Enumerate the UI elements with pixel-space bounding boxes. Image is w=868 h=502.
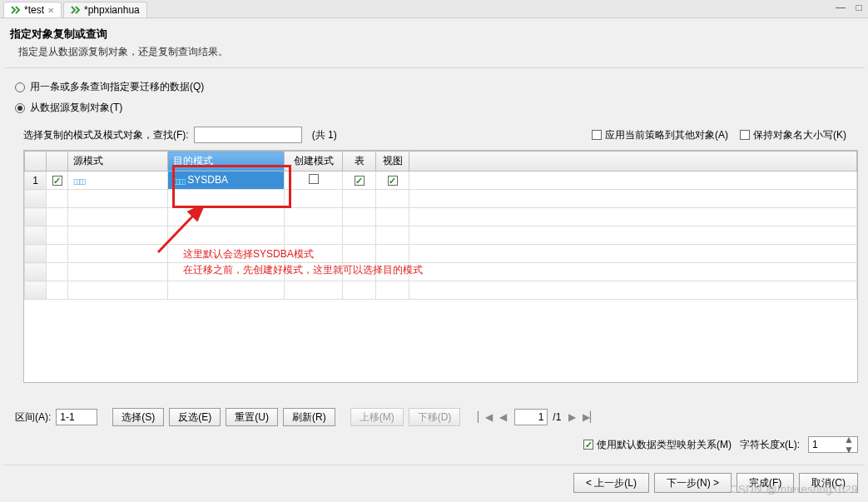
opt-label: 应用当前策略到其他对象(A) bbox=[605, 128, 728, 142]
opt-label: 使用默认数据类型映射关系(M) bbox=[597, 438, 732, 452]
select-button[interactable]: 选择(S) bbox=[112, 408, 164, 426]
table-row[interactable]: 1 SYSDBA bbox=[25, 171, 857, 190]
maximize-icon[interactable]: □ bbox=[853, 2, 865, 13]
schema-table: 源模式 目的模式 创建模式 表 视图 1 SYSDBA bbox=[23, 150, 858, 383]
keep-case-option[interactable]: 保持对象名大小写(K) bbox=[740, 128, 846, 142]
schema-icon bbox=[73, 175, 85, 186]
window-controls: — □ bbox=[835, 2, 865, 13]
schema-icon bbox=[173, 175, 185, 186]
minimize-icon[interactable]: — bbox=[835, 2, 846, 13]
cancel-button[interactable]: 取消(C) bbox=[799, 473, 858, 493]
col-create-schema[interactable]: 创建模式 bbox=[285, 152, 343, 171]
range-input[interactable] bbox=[56, 409, 97, 425]
annotation-line2: 在迁移之前，先创建好模式，这里就可以选择目的模式 bbox=[183, 262, 423, 278]
checkbox-icon bbox=[740, 130, 750, 140]
migration-icon bbox=[11, 5, 21, 15]
first-page-icon[interactable]: ▏◀ bbox=[475, 411, 495, 423]
find-row: 选择复制的模式及模式对象，查找(F): (共 1) 应用当前策略到其他对象(A)… bbox=[0, 122, 868, 147]
char-len-field[interactable]: 1 ▲▼ bbox=[808, 436, 858, 453]
wizard-nav: < 上一步(L) 下一步(N) > 完成(F) 取消(C) bbox=[573, 473, 858, 493]
char-len-value: 1 bbox=[812, 439, 818, 450]
table-controls: 区间(A): 选择(S) 反选(E) 重置(U) 刷新(R) 上移(M) 下移(… bbox=[15, 408, 858, 426]
annotation-text: 这里默认会选择SYSDBA模式 在迁移之前，先创建好模式，这里就可以选择目的模式 bbox=[183, 246, 423, 278]
prev-button[interactable]: < 上一步(L) bbox=[573, 473, 649, 493]
finish-button[interactable]: 完成(F) bbox=[737, 473, 794, 493]
spinner[interactable]: ▲▼ bbox=[844, 435, 854, 455]
col-source-schema[interactable]: 源模式 bbox=[68, 152, 168, 171]
tab-bar: *test ✕ *phpxianhua — □ bbox=[0, 0, 868, 18]
table-header-row: 源模式 目的模式 创建模式 表 视图 bbox=[25, 152, 857, 171]
page-input[interactable] bbox=[514, 409, 548, 425]
col-rownum bbox=[25, 152, 47, 171]
radio-label: 从数据源复制对象(T) bbox=[30, 101, 122, 115]
tab-label: *phpxianhua bbox=[84, 4, 140, 16]
find-count: (共 1) bbox=[312, 128, 337, 142]
tab-label: *test bbox=[24, 4, 44, 16]
invert-button[interactable]: 反选(E) bbox=[169, 408, 221, 426]
col-dest-schema[interactable]: 目的模式 bbox=[168, 152, 285, 171]
radio-query[interactable]: 用一条或多条查询指定要迁移的数据(Q) bbox=[15, 77, 853, 97]
cell-source-schema[interactable] bbox=[68, 171, 168, 190]
next-button[interactable]: 下一步(N) > bbox=[654, 473, 732, 493]
annotation-line1: 这里默认会选择SYSDBA模式 bbox=[183, 246, 423, 262]
reset-button[interactable]: 重置(U) bbox=[226, 408, 278, 426]
col-table[interactable]: 表 bbox=[343, 152, 376, 171]
move-down-button: 下移(D) bbox=[409, 408, 461, 426]
move-up-button: 上移(M) bbox=[350, 408, 404, 426]
create-schema-check[interactable] bbox=[309, 174, 319, 184]
range-label: 区间(A): bbox=[15, 410, 51, 425]
tab-test[interactable]: *test ✕ bbox=[3, 2, 62, 17]
migration-icon bbox=[71, 5, 81, 15]
last-page-icon[interactable]: ▶▏ bbox=[580, 411, 600, 423]
radio-icon bbox=[15, 82, 25, 92]
view-check[interactable] bbox=[388, 176, 398, 186]
tab-phpxianhua[interactable]: *phpxianhua bbox=[63, 2, 147, 17]
find-input[interactable] bbox=[194, 127, 302, 143]
cell-dest-schema[interactable]: SYSDBA bbox=[168, 171, 285, 190]
apply-policy-option[interactable]: 应用当前策略到其他对象(A) bbox=[592, 128, 728, 142]
page-subtitle: 指定是从数据源复制对象，还是复制查询结果。 bbox=[0, 45, 868, 67]
use-default-map[interactable]: 使用默认数据类型映射关系(M) bbox=[583, 438, 732, 452]
mapping-controls: 使用默认数据类型映射关系(M) 字符长度x(L): 1 ▲▼ bbox=[15, 436, 858, 453]
radio-icon bbox=[15, 103, 25, 113]
checkbox-icon bbox=[592, 130, 602, 140]
col-view[interactable]: 视图 bbox=[376, 152, 409, 171]
row-num: 1 bbox=[25, 171, 47, 190]
radio-from-source[interactable]: 从数据源复制对象(T) bbox=[15, 97, 853, 118]
row-check[interactable] bbox=[52, 176, 62, 186]
mode-radio-group: 用一条或多条查询指定要迁移的数据(Q) 从数据源复制对象(T) bbox=[0, 68, 868, 122]
page-title: 指定对象复制或查询 bbox=[0, 18, 868, 45]
refresh-button[interactable]: 刷新(R) bbox=[283, 408, 335, 426]
radio-label: 用一条或多条查询指定要迁移的数据(Q) bbox=[30, 80, 204, 94]
pager: ▶ ▶▏ bbox=[566, 411, 600, 423]
pager: ▏◀ ◀ bbox=[475, 411, 509, 423]
col-spacer bbox=[409, 152, 857, 171]
table-check[interactable] bbox=[355, 176, 365, 186]
col-check bbox=[47, 152, 68, 171]
checkbox-icon bbox=[583, 440, 593, 450]
page-total: /1 bbox=[553, 411, 561, 423]
char-len-label: 字符长度x(L): bbox=[740, 438, 800, 452]
find-label: 选择复制的模式及模式对象，查找(F): bbox=[23, 128, 189, 142]
close-icon[interactable]: ✕ bbox=[47, 6, 54, 15]
dest-schema-value: SYSDBA bbox=[187, 174, 228, 186]
next-page-icon[interactable]: ▶ bbox=[566, 411, 578, 423]
opt-label: 保持对象名大小写(K) bbox=[753, 128, 846, 142]
prev-page-icon[interactable]: ◀ bbox=[497, 411, 509, 423]
